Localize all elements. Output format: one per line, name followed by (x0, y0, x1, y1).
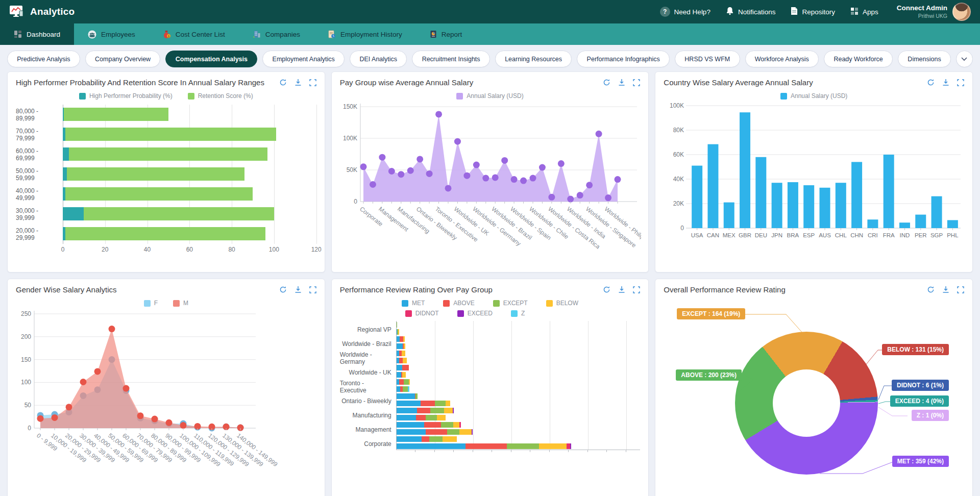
more-pills-button[interactable] (956, 51, 973, 67)
bar-retention-score (63, 187, 253, 201)
refresh-button[interactable] (927, 286, 935, 293)
pill-workforce-analysis[interactable]: Workforce Analysis (745, 51, 819, 67)
pill-learning-resources[interactable]: Learning Resources (495, 51, 572, 67)
pill-compensation-analysis[interactable]: Compensation Analysis (165, 51, 257, 67)
fullscreen-icon (957, 79, 964, 86)
legend-item-except[interactable]: EXCEPT (493, 300, 528, 307)
legend-swatch (188, 93, 194, 100)
employment-history-icon (328, 30, 336, 39)
bar-high-performer (63, 167, 67, 181)
download-button[interactable] (942, 79, 949, 86)
legend-item-annual-salary-usd-[interactable]: Annual Salary (USD) (780, 92, 847, 100)
chart-overall-review-rating: EXCEPT : 164 (19%)BELOW : 131 (15%)DIDNO… (664, 295, 964, 496)
refresh-button[interactable] (279, 79, 287, 86)
pill-dimensions[interactable]: Dimensions (898, 51, 951, 67)
legend-item-exceed[interactable]: EXCEED (457, 310, 493, 317)
companies-icon (253, 30, 261, 38)
download-button[interactable] (942, 286, 949, 293)
pill-recruitment-insights[interactable]: Recruitment Insights (412, 51, 490, 67)
x-axis-tick: 120 (311, 246, 322, 253)
refresh-icon (279, 79, 287, 86)
stacked-bar-worldwide-brazil (397, 336, 405, 342)
pill-ready-workforce[interactable]: Ready Workforce (824, 51, 893, 67)
download-button[interactable] (618, 286, 625, 293)
legend-item-high-performer-probability-[interactable]: High Performer Probability (%) (79, 92, 173, 100)
tab-employees[interactable]: Employees (74, 23, 149, 45)
svg-text:GBR: GBR (739, 232, 751, 238)
legend-item-met[interactable]: MET (402, 300, 425, 307)
refresh-button[interactable] (279, 286, 287, 293)
legend-item-below[interactable]: BELOW (546, 300, 578, 307)
user-menu[interactable]: Connect Admin Prithwi UKG (897, 3, 971, 21)
repository-menu[interactable]: Repository (791, 7, 835, 17)
donut-callout-didnot: DIDNOT : 6 (1%) (892, 380, 949, 391)
pill-employment-analytics[interactable]: Employment Analytics (262, 51, 345, 67)
fullscreen-icon (309, 286, 316, 293)
svg-text:DEU: DEU (755, 232, 767, 238)
legend-item-above[interactable]: ABOVE (443, 300, 474, 307)
tab-employment-history[interactable]: Employment History (314, 23, 416, 45)
refresh-button[interactable] (603, 286, 610, 293)
legend-item-m[interactable]: M (173, 300, 188, 307)
tab-dashboard[interactable]: Dashboard (0, 23, 74, 45)
top-actions: ? Need Help? Notifications Repository Ap… (660, 3, 971, 21)
legend-swatch (405, 310, 412, 317)
card-title: Country Wise Salary Average Annual Salar… (664, 78, 813, 87)
fullscreen-button[interactable] (957, 79, 964, 86)
legend-swatch (456, 93, 463, 100)
card-overall-review-rating: Overall Performance Review Rating EXCEPT… (655, 279, 973, 496)
download-button[interactable] (618, 79, 625, 86)
fullscreen-button[interactable] (633, 79, 640, 86)
donut-callout-z: Z : 1 (0%) (912, 410, 949, 421)
fullscreen-button[interactable] (309, 286, 316, 293)
bar-retention-score (63, 167, 244, 181)
card-gender-salary: Gender Wise Salary Analytics FM050100150… (7, 279, 325, 496)
pill-company-overview[interactable]: Company Overview (85, 51, 161, 67)
download-button[interactable] (295, 79, 302, 86)
legend-item-f[interactable]: F (144, 300, 158, 307)
fullscreen-icon (957, 286, 964, 293)
dashboard-icon (14, 30, 22, 38)
legend-item-z[interactable]: Z (511, 310, 525, 317)
notifications-menu[interactable]: Notifications (726, 7, 776, 17)
fullscreen-button[interactable] (957, 286, 964, 293)
dashboard-grid: High Performer Probability And Retention… (0, 71, 980, 496)
app-brand[interactable]: Analytico (9, 5, 75, 18)
legend-item-retention-score-[interactable]: Retention Score (%) (188, 92, 253, 100)
dashboard-filter-bar: Predictive Analysis Company Overview Com… (0, 45, 980, 71)
download-button[interactable] (295, 286, 302, 293)
svg-text:0: 0 (354, 198, 357, 205)
employees-icon (88, 30, 96, 39)
user-name: Connect Admin (897, 4, 947, 13)
pill-hrsd-vs-wfm[interactable]: HRSD VS WFM (675, 51, 740, 67)
fullscreen-button[interactable] (633, 286, 640, 293)
tab-report[interactable]: Report (416, 23, 476, 45)
pill-performance-infographics[interactable]: Performance Infographics (577, 51, 670, 67)
legend-item-didnot[interactable]: DIDNOT (405, 310, 439, 317)
pill-predictive-analysis[interactable]: Predictive Analysis (7, 51, 80, 67)
bar-CHN (851, 162, 862, 228)
stacked-bar-worldwide-uk (397, 372, 406, 378)
y-axis-label: Worldwide - UK (340, 364, 396, 378)
bar-high-performer (63, 227, 65, 240)
pill-dei-analytics[interactable]: DEI Analytics (350, 51, 407, 67)
legend-swatch (493, 300, 500, 307)
refresh-button[interactable] (603, 79, 610, 86)
legend-swatch (443, 300, 450, 307)
stacked-bar-corporate (397, 436, 457, 442)
legend-item-annual-salary-usd-[interactable]: Annual Salary (USD) (456, 92, 523, 100)
help-menu[interactable]: ? Need Help? (660, 7, 710, 17)
donut-hole (773, 369, 840, 437)
tab-label: Companies (265, 31, 300, 38)
refresh-button[interactable] (927, 79, 935, 86)
tab-cost-center-list[interactable]: $ Cost Center List (149, 23, 239, 45)
svg-text:CHN: CHN (850, 232, 863, 238)
tab-companies[interactable]: Companies (239, 23, 314, 45)
legend-swatch (780, 93, 787, 100)
apps-grid-icon (850, 7, 859, 17)
x-axis-tick: 60 (186, 246, 193, 253)
apps-menu[interactable]: Apps (850, 7, 878, 17)
download-icon (295, 79, 302, 86)
stacked-bar-worldwide-germany (397, 358, 407, 363)
fullscreen-button[interactable] (309, 79, 316, 86)
